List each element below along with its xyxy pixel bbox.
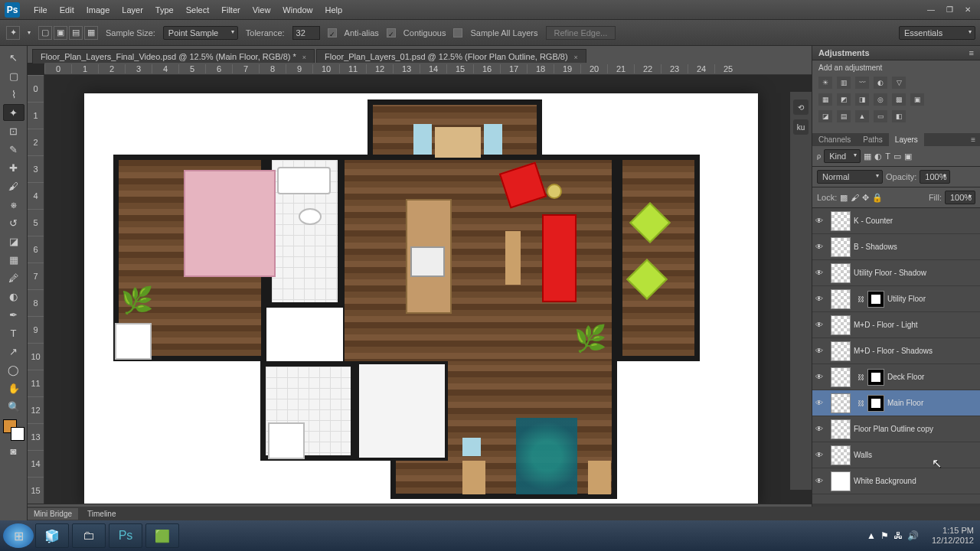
layer-thumb[interactable] <box>831 263 851 283</box>
panel-menu-icon[interactable]: ≡ <box>969 48 974 57</box>
tray-up-icon[interactable]: ▲ <box>867 530 876 541</box>
layer-thumb[interactable] <box>831 237 851 257</box>
mask-link-icon[interactable]: ⛓ <box>855 372 866 383</box>
blend-mode-select[interactable]: Normal <box>817 170 883 184</box>
levels-icon[interactable]: ▥ <box>837 77 851 89</box>
visibility-icon[interactable] <box>815 476 826 487</box>
tray-flag-icon[interactable]: ⚑ <box>880 530 889 541</box>
layer-row[interactable]: ⛓Utility Floor <box>812 286 980 312</box>
mask-thumb[interactable] <box>867 395 884 412</box>
visibility-icon[interactable] <box>815 320 826 331</box>
vibrance-icon[interactable]: ▽ <box>892 77 906 89</box>
taskbar-app[interactable]: 🟩 <box>145 523 179 548</box>
tray-sound-icon[interactable]: 🔊 <box>907 530 919 541</box>
canvas[interactable]: 🌿 🌿 <box>84 93 758 504</box>
menu-filter[interactable]: Filter <box>215 2 246 18</box>
kuler-icon[interactable]: ku <box>793 119 808 135</box>
channels-tab[interactable]: Channels <box>812 133 857 146</box>
filter-smart-icon[interactable]: ▣ <box>904 152 912 161</box>
visibility-icon[interactable] <box>815 242 826 253</box>
tray-network-icon[interactable]: 🖧 <box>893 530 903 541</box>
blur-tool[interactable]: 🖉 <box>3 269 24 286</box>
lock-all-icon[interactable]: 🔒 <box>872 193 883 203</box>
fill-input[interactable]: 100% <box>945 191 975 204</box>
gradient-map-icon[interactable]: ▭ <box>874 110 887 122</box>
pen-tool[interactable]: ✒ <box>3 306 24 323</box>
filter-adj-icon[interactable]: ◐ <box>874 152 882 161</box>
hand-tool[interactable]: ✋ <box>3 380 24 396</box>
layer-row[interactable]: M+D - Floor - Shadows <box>812 338 980 364</box>
visibility-icon[interactable] <box>815 294 826 305</box>
mini-bridge-tab[interactable]: Mini Bridge <box>28 508 78 520</box>
paths-tab[interactable]: Paths <box>857 133 889 146</box>
close-icon[interactable]: ✕ <box>962 3 974 15</box>
layer-list[interactable]: K - CounterB - ShadowsUtility Floor - Sh… <box>812 208 980 504</box>
sample-size-select[interactable]: Point Sample <box>163 26 238 40</box>
move-tool[interactable]: ↖ <box>3 49 24 66</box>
filter-pixel-icon[interactable]: ▦ <box>864 152 871 161</box>
layer-thumb[interactable] <box>831 341 851 361</box>
stamp-tool[interactable]: ⎈ <box>3 196 24 213</box>
antialias-checkbox[interactable] <box>328 28 337 37</box>
intersect-selection-icon[interactable]: ▦ <box>84 26 98 40</box>
doc-tab-active[interactable]: Floor_Plan_Layers_Final_Video.psd @ 12.5… <box>32 49 315 64</box>
panel-menu-icon[interactable]: ≡ <box>966 133 980 146</box>
layer-row[interactable]: Walls <box>812 442 980 468</box>
dodge-tool[interactable]: ◐ <box>3 288 24 305</box>
heal-tool[interactable]: ✚ <box>3 159 24 176</box>
menu-select[interactable]: Select <box>180 2 216 18</box>
visibility-icon[interactable] <box>815 450 826 461</box>
layer-row[interactable]: White Background <box>812 468 980 494</box>
add-selection-icon[interactable]: ▣ <box>54 26 67 40</box>
visibility-icon[interactable] <box>815 372 826 383</box>
visibility-icon[interactable] <box>815 424 826 435</box>
layer-row[interactable]: ⛓Main Floor <box>812 390 980 416</box>
menu-image[interactable]: Image <box>80 2 116 18</box>
lasso-tool[interactable]: ⌇ <box>3 86 24 103</box>
history-icon[interactable]: ⟲ <box>793 99 808 115</box>
layers-tab[interactable]: Layers <box>889 133 924 146</box>
taskbar-explorer[interactable]: 🧊 <box>35 523 69 548</box>
layer-row[interactable]: B - Shadows <box>812 234 980 260</box>
layer-thumb[interactable] <box>831 471 851 491</box>
menu-window[interactable]: Window <box>276 2 318 18</box>
layer-row[interactable]: Utility Floor - Shadow <box>812 260 980 286</box>
layer-thumb[interactable] <box>831 315 851 335</box>
bw-icon[interactable]: ◨ <box>855 93 869 106</box>
filter-kind-select[interactable]: Kind <box>824 149 861 163</box>
new-selection-icon[interactable]: ▢ <box>38 26 52 40</box>
taskbar-photoshop[interactable]: Ps <box>109 523 142 548</box>
layer-thumb[interactable] <box>831 211 851 231</box>
close-tab-icon[interactable]: × <box>574 54 578 61</box>
posterize-icon[interactable]: ▤ <box>837 110 851 122</box>
start-button[interactable]: ⊞ <box>3 523 34 548</box>
taskbar-folder[interactable]: 🗀 <box>72 523 106 548</box>
wand-tool-icon[interactable]: ✦ <box>6 26 20 40</box>
menu-edit[interactable]: Edit <box>54 2 80 18</box>
selective-color-icon[interactable]: ◧ <box>892 110 906 122</box>
crop-tool[interactable]: ⊡ <box>3 122 24 139</box>
mask-link-icon[interactable]: ⛓ <box>855 294 866 305</box>
layer-thumb[interactable] <box>831 393 851 413</box>
menu-view[interactable]: View <box>247 2 277 18</box>
layer-row[interactable]: M+D - Floor - Light <box>812 312 980 338</box>
curves-icon[interactable]: 〰 <box>855 77 869 89</box>
menu-layer[interactable]: Layer <box>116 2 149 18</box>
menu-type[interactable]: Type <box>149 2 180 18</box>
shape-tool[interactable]: ◯ <box>3 361 24 378</box>
layer-row[interactable]: ⛓Deck Floor <box>812 364 980 390</box>
channel-mixer-icon[interactable]: ▩ <box>892 93 906 106</box>
close-tab-icon[interactable]: × <box>302 54 306 61</box>
visibility-icon[interactable] <box>815 216 826 227</box>
mask-link-icon[interactable]: ⛓ <box>855 398 866 409</box>
contiguous-checkbox[interactable] <box>387 28 396 37</box>
sample-all-checkbox[interactable] <box>453 28 462 37</box>
invert-icon[interactable]: ◪ <box>818 110 832 122</box>
chevron-down-icon[interactable]: ▾ <box>28 29 31 36</box>
refine-edge-button[interactable]: Refine Edge... <box>546 26 616 40</box>
menu-file[interactable]: File <box>28 2 54 18</box>
eyedropper-tool[interactable]: ✎ <box>3 141 24 158</box>
color-swatches[interactable] <box>3 419 24 441</box>
layer-row[interactable]: Floor Plan Outline copy <box>812 416 980 442</box>
opacity-input[interactable]: 100% <box>920 170 950 184</box>
